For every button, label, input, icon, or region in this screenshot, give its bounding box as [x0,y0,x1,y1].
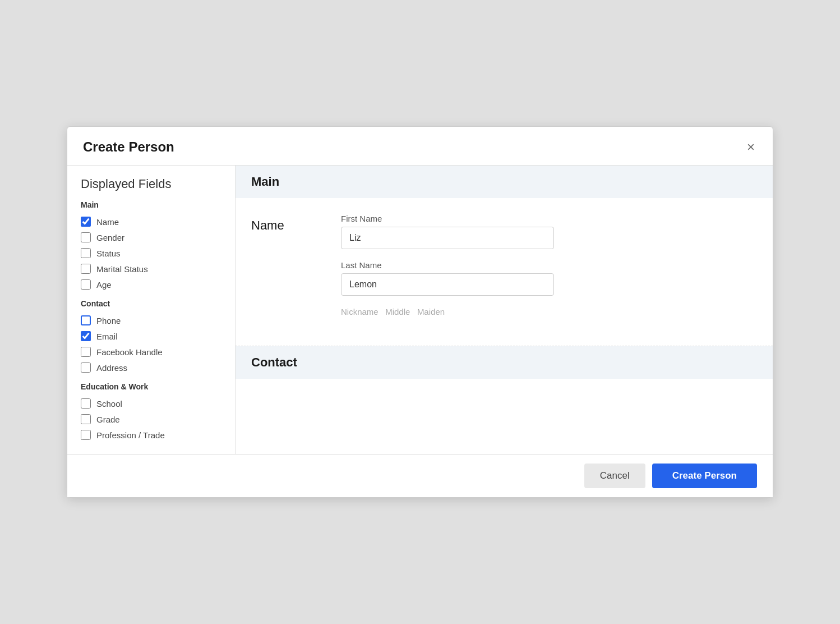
last-name-input[interactable] [341,273,554,296]
dialog-footer: Cancel Create Person [67,454,773,497]
close-button[interactable]: × [745,138,757,156]
checkbox-name[interactable]: Name [81,214,221,230]
first-name-label: First Name [341,214,757,223]
checkbox-facebook[interactable]: Facebook Handle [81,344,221,360]
section-label-contact: Contact [81,299,221,308]
checkbox-grade[interactable]: Grade [81,411,221,427]
checkbox-marital-status[interactable]: Marital Status [81,261,221,277]
checkbox-status[interactable]: Status [81,245,221,261]
extra-fields-hint: Nickname Middle Maiden [341,307,757,316]
name-field-row: Name First Name Last Name Nickname Middl… [251,214,757,316]
create-person-button[interactable]: Create Person [652,464,757,488]
checkbox-phone[interactable]: Phone [81,313,221,328]
contact-section-content [236,379,773,410]
dialog-title: Create Person [83,139,174,155]
dialog-body: Displayed Fields Main Name Gender Status… [67,166,773,454]
sidebar: Displayed Fields Main Name Gender Status… [67,166,236,454]
dialog-header: Create Person × [67,127,773,166]
cancel-button[interactable]: Cancel [584,464,645,488]
sidebar-heading: Displayed Fields [81,177,221,191]
checkbox-email[interactable]: Email [81,328,221,344]
contact-section-header: Contact [236,346,773,379]
checkbox-age[interactable]: Age [81,277,221,292]
checkbox-profession-trade[interactable]: Profession / Trade [81,427,221,443]
main-section-header: Main [236,166,773,198]
section-label-main: Main [81,200,221,209]
checkbox-school[interactable]: School [81,396,221,411]
last-name-block: Last Name [341,260,757,296]
main-section-content: Name First Name Last Name Nickname Middl… [236,198,773,346]
checkbox-address[interactable]: Address [81,360,221,375]
first-name-input[interactable] [341,227,554,249]
last-name-label: Last Name [341,260,757,270]
content-area: Main Name First Name Last Name Nickname [236,166,773,454]
name-fields-group: First Name Last Name Nickname Middle Mai… [341,214,757,316]
first-name-block: First Name [341,214,757,249]
checkbox-gender[interactable]: Gender [81,230,221,245]
name-field-label: Name [251,214,319,233]
section-label-education-work: Education & Work [81,382,221,391]
create-person-dialog: Create Person × Displayed Fields Main Na… [67,126,773,498]
